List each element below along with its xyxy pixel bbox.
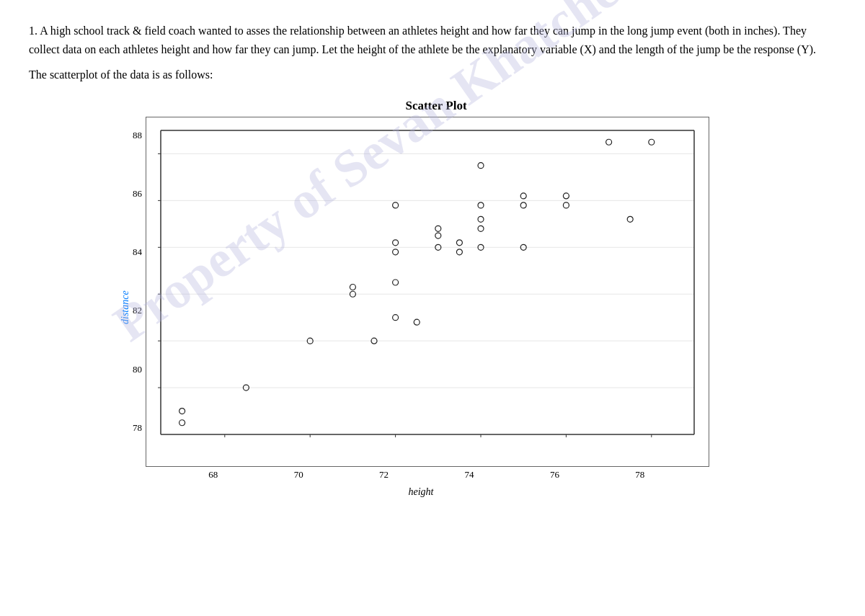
data-point bbox=[179, 420, 185, 426]
data-point bbox=[478, 216, 484, 222]
data-point bbox=[393, 280, 399, 285]
data-point bbox=[478, 202, 484, 208]
data-point bbox=[606, 139, 612, 145]
data-point bbox=[435, 226, 441, 231]
x-tick: 68 bbox=[203, 469, 224, 481]
y-tick: 86 bbox=[133, 188, 142, 200]
data-point bbox=[627, 216, 633, 222]
y-tick: 82 bbox=[133, 305, 142, 316]
chart-title: Scatter Plot bbox=[405, 99, 466, 113]
data-point bbox=[435, 233, 441, 238]
data-point bbox=[350, 284, 355, 290]
data-point bbox=[393, 202, 399, 208]
data-point bbox=[478, 226, 484, 231]
chart-area: distance 888684828078 687072747678 heigh… bbox=[120, 117, 709, 498]
x-tick: 76 bbox=[544, 469, 565, 481]
data-point bbox=[393, 249, 399, 255]
data-point bbox=[478, 162, 484, 168]
y-tick: 88 bbox=[133, 130, 142, 141]
data-point bbox=[393, 314, 399, 320]
data-point bbox=[649, 139, 655, 145]
y-axis-label: distance bbox=[120, 117, 131, 498]
y-axis-and-plot: 888684828078 bbox=[133, 117, 709, 467]
problem-body: A high school track & field coach wanted… bbox=[29, 24, 816, 55]
plot-area bbox=[146, 117, 709, 467]
y-tick: 80 bbox=[133, 364, 142, 375]
data-point bbox=[563, 193, 569, 199]
y-tick: 84 bbox=[133, 246, 142, 258]
x-tick: 74 bbox=[458, 469, 480, 481]
x-tick: 78 bbox=[629, 469, 651, 481]
scatter-intro: The scatterplot of the data is as follow… bbox=[29, 66, 822, 84]
x-tick: 72 bbox=[373, 469, 395, 481]
data-point bbox=[179, 408, 185, 414]
data-point bbox=[414, 319, 420, 325]
data-point bbox=[563, 202, 569, 208]
problem-number: 1. bbox=[29, 24, 37, 37]
y-tick: 78 bbox=[133, 422, 142, 434]
data-point bbox=[393, 240, 399, 246]
data-point bbox=[520, 202, 526, 208]
problem-text: 1. A high school track & field coach wan… bbox=[29, 22, 822, 58]
x-tick: 70 bbox=[288, 469, 309, 481]
data-point bbox=[456, 240, 462, 246]
data-point bbox=[520, 193, 526, 199]
data-point bbox=[456, 249, 462, 255]
x-tick-labels: 687072747678 bbox=[147, 469, 709, 483]
y-tick-labels: 888684828078 bbox=[133, 130, 142, 434]
chart-container: Scatter Plot distance 888684828078 68707… bbox=[72, 99, 757, 498]
x-axis-label: height bbox=[133, 486, 709, 498]
chart-with-axes: 888684828078 687072747678 height bbox=[133, 117, 709, 498]
